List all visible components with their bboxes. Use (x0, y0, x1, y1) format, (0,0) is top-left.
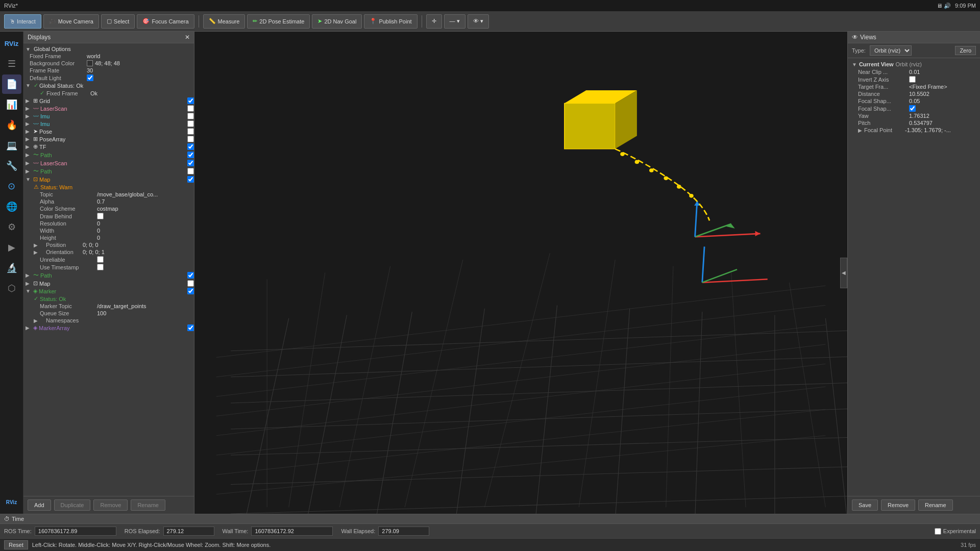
grid-arrow[interactable]: ▶ (26, 98, 32, 104)
map-arrow[interactable]: ▼ (26, 177, 32, 182)
imu1-arrow[interactable]: ▶ (26, 113, 32, 119)
sidebar-icon-7[interactable]: ⊙ (2, 177, 21, 196)
yaw-value[interactable]: 1.76312 (909, 113, 929, 119)
reset-button[interactable]: Reset (4, 540, 28, 549)
fixed-frame-value[interactable]: world (87, 53, 100, 59)
remove-button[interactable]: Remove (93, 499, 128, 511)
map-usetimestamp-checkbox[interactable] (97, 264, 104, 270)
views-type-select[interactable]: Orbit (rviz) (870, 45, 912, 56)
sidebar-icon-3[interactable]: 📊 (2, 95, 21, 114)
views-zero-button[interactable]: Zero (955, 46, 976, 55)
map-draw-behind-checkbox[interactable] (97, 213, 104, 219)
marker-arrow[interactable]: ▼ (26, 288, 32, 294)
pitch-value[interactable]: 0.534797 (909, 120, 933, 126)
posearray-item-row[interactable]: ▶ ⊞ PoseArray (23, 135, 194, 143)
rename-button[interactable]: Rename (131, 499, 165, 511)
tf-item-row[interactable]: ▶ ⊕ TF (23, 143, 194, 151)
imu2-arrow[interactable]: ▶ (26, 121, 32, 127)
focal-point-row[interactable]: ▶ Focal Point -1.305; 1.7679; -... (848, 127, 980, 134)
views-save-button[interactable]: Save (852, 499, 878, 511)
path1-item-row[interactable]: ▶ 〜 Path (23, 151, 194, 159)
path1-checkbox[interactable] (187, 152, 194, 158)
sidebar-icon-rviz[interactable]: RViz (2, 34, 21, 53)
global-status-row[interactable]: ▼ ✓ Global Status: Ok (23, 82, 194, 89)
view-options-button[interactable]: 👁 ▾ (468, 14, 489, 29)
imu1-item-row[interactable]: ▶ 〰 Imu (23, 112, 194, 120)
map-unreliable-checkbox[interactable] (97, 256, 104, 263)
marker-queue-value[interactable]: 100 (97, 310, 106, 316)
sidebar-icon-9[interactable]: ⚙ (2, 217, 21, 237)
current-view-arrow[interactable]: ▼ (852, 62, 857, 67)
path2-arrow[interactable]: ▶ (26, 168, 32, 174)
global-status-arrow[interactable]: ▼ (26, 83, 32, 88)
map-item-row[interactable]: ▼ ⊡ Map (23, 176, 194, 183)
grid-checkbox[interactable] (187, 97, 194, 104)
laserscan-checkbox[interactable] (187, 105, 194, 112)
map-position-row[interactable]: ▶ Position 0; 0; 0 (23, 241, 194, 248)
map-alpha-value[interactable]: 0.7 (97, 198, 105, 205)
interact-button[interactable]: 🖱 Interact (4, 14, 41, 29)
near-clip-value[interactable]: 0.01 (909, 69, 920, 75)
focal-shape1-value[interactable]: 0.05 (909, 98, 920, 104)
map2-arrow[interactable]: ▶ (26, 281, 32, 286)
map-color-scheme-value[interactable]: costmap (97, 206, 118, 212)
map-topic-value[interactable]: /move_base/global_co... (97, 191, 158, 197)
target-frame-value[interactable]: <Fixed Frame> (909, 84, 947, 90)
focal-point-arrow[interactable]: ▶ (858, 128, 862, 133)
tf-checkbox[interactable] (187, 143, 194, 150)
markerarray-arrow[interactable]: ▶ (26, 325, 32, 331)
map-position-arrow[interactable]: ▶ (34, 242, 40, 248)
frame-rate-value[interactable]: 30 (87, 67, 93, 73)
imu2-checkbox[interactable] (187, 120, 194, 127)
laserscan-item-row[interactable]: ▶ 〰 LaserScan (23, 105, 194, 112)
sidebar-icon-5[interactable]: 💻 (2, 136, 21, 155)
wall-time-input[interactable]: 1607836172.92 (251, 527, 333, 536)
wall-elapsed-input[interactable]: 279.09 (378, 527, 429, 536)
marker-namespaces-row[interactable]: ▶ Namespaces (23, 317, 194, 324)
sidebar-icon-11[interactable]: 🔬 (2, 258, 21, 278)
select-button[interactable]: ▢ Select (101, 14, 135, 29)
grid-item-row[interactable]: ▶ ⊞ Grid (23, 97, 194, 105)
camera-options-button[interactable]: — ▾ (444, 14, 465, 29)
focal-point-value[interactable]: -1.305; 1.7679; -... (905, 127, 951, 133)
posearray-arrow[interactable]: ▶ (26, 136, 32, 142)
sidebar-icon-rviz-bottom[interactable]: RViz (2, 492, 21, 512)
focus-camera-button[interactable]: 🎯 Focus Camera (137, 14, 194, 29)
path2-item-row[interactable]: ▶ 〜 Path (23, 167, 194, 176)
experimental-checkbox[interactable] (935, 528, 941, 535)
marker-namespaces-arrow[interactable]: ▶ (34, 318, 40, 323)
laserscan2-item-row[interactable]: ▶ 〰 LaserScan (23, 159, 194, 167)
nav-goal-button[interactable]: ➤ 2D Nav Goal (312, 14, 362, 29)
map2-item-row[interactable]: ▶ ⊡ Map (23, 280, 194, 287)
views-rename-button[interactable]: Rename (918, 499, 953, 511)
sidebar-icon-2[interactable]: 📄 (2, 74, 21, 94)
distance-value[interactable]: 10.5502 (909, 91, 929, 97)
markerarray-item-row[interactable]: ▶ ◈ MarkerArray (23, 324, 194, 332)
path2-checkbox[interactable] (187, 168, 194, 174)
viewport-3d[interactable]: ◀ (194, 32, 847, 514)
axes-button[interactable]: ✛ (426, 14, 442, 29)
path1-arrow[interactable]: ▶ (26, 152, 32, 158)
map-orientation-row[interactable]: ▶ Orientation 0; 0; 0; 1 (23, 248, 194, 256)
bg-color-value[interactable]: 48; 48; 48 (87, 60, 120, 66)
path3-checkbox[interactable] (187, 272, 194, 279)
current-view-header[interactable]: ▼ Current View Orbit (rviz) (848, 60, 980, 68)
add-button[interactable]: Add (28, 499, 51, 511)
imu1-checkbox[interactable] (187, 113, 194, 119)
path3-arrow[interactable]: ▶ (26, 272, 32, 278)
measure-button[interactable]: 📏 Measure (203, 14, 246, 29)
pose-item-row[interactable]: ▶ ➤ Pose (23, 128, 194, 135)
ros-elapsed-input[interactable]: 279.12 (163, 527, 214, 536)
marker-checkbox[interactable] (187, 288, 194, 294)
displays-close-button[interactable]: ✕ (185, 34, 190, 41)
imu2-item-row[interactable]: ▶ 〰 Imu (23, 120, 194, 128)
path3-item-row[interactable]: ▶ 〜 Path (23, 271, 194, 280)
invert-z-checkbox[interactable] (909, 76, 916, 83)
markerarray-checkbox[interactable] (187, 324, 194, 331)
sidebar-icon-12[interactable]: ⬡ (2, 279, 21, 298)
global-options-arrow[interactable]: ▼ (26, 46, 32, 52)
default-light-checkbox[interactable] (87, 74, 93, 81)
move-camera-button[interactable]: 🎥 Move Camera (43, 14, 99, 29)
focal-shape2-checkbox[interactable] (909, 105, 916, 112)
sidebar-icon-4[interactable]: 🔥 (2, 115, 21, 135)
